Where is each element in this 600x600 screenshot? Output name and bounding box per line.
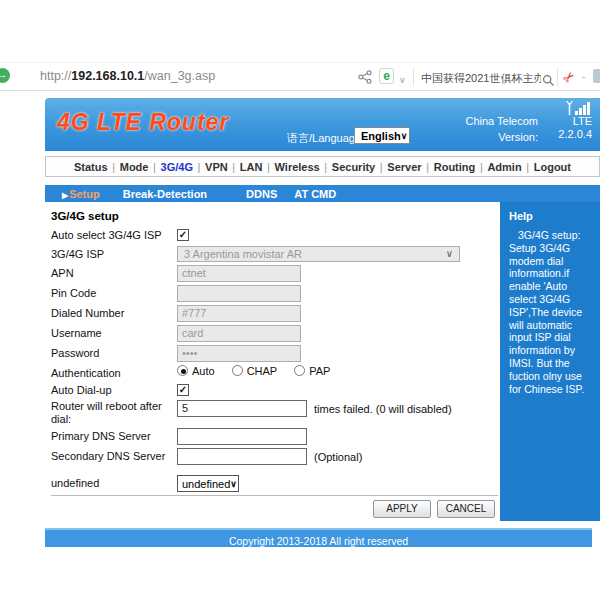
language-select[interactable]: English ∨ [354,127,410,144]
url-field[interactable]: http://192.168.10.1/wan_3g.asp [40,69,215,83]
setup-form: 3G/4G setup Auto select 3G/4G ISP ✓ 3G/4… [45,202,498,521]
help-body: 3G/4G setup: Setup 3G/4G modem dial info… [509,229,594,395]
nav-separator: | [426,161,429,173]
nav-item-logout[interactable]: Logout [534,161,571,173]
nav-item-wireless[interactable]: Wireless [275,161,320,173]
divider [557,68,558,86]
chevron-down-icon: ∨ [446,248,453,259]
row-auto-dialup: Auto Dial-up ✓ [51,382,498,397]
nav-item-routing[interactable]: Routing [434,161,476,173]
secondary-dns-suffix: (Optional) [314,448,362,463]
auto-select-checkbox[interactable]: ✓ [177,229,189,241]
button-bar: APPLY CANCEL [51,495,498,521]
username-label: Username [51,325,177,340]
radio-pap-label: PAP [309,365,330,377]
row-secondary-dns: Secondary DNS Server (Optional) [51,448,498,465]
chevron-down-icon[interactable]: ∨ [399,70,406,90]
search-input[interactable]: 中国获得2021世俱杯主办权 [421,71,541,86]
pin-input[interactable] [177,285,301,302]
tab-setup-label: Setup [69,188,100,200]
nav-separator: | [480,161,483,173]
form-title: 3G/4G setup [51,210,498,222]
auto-select-label: Auto select 3G/4G ISP [51,227,177,242]
menu-dash: - [582,71,585,82]
isp-value: 3 Argentina movistar AR [184,248,302,260]
reboot-suffix: times failed. (0 will disabled) [314,400,452,415]
tab-break-detection[interactable]: Break-Detection [123,188,207,200]
reboot-count-input[interactable] [177,400,307,417]
version-value: 2.2.0.4 [558,128,592,141]
username-input[interactable] [177,325,301,342]
browser-address-bar: → http://192.168.10.1/wan_3g.asp e ∨ 中国获… [0,62,600,91]
radio-dot [294,365,305,376]
logo: 4G LTE Router [57,109,229,136]
toolbar-partial-icon[interactable] [593,69,600,83]
radio-chap[interactable]: CHAP [232,365,278,377]
go-icon[interactable]: → [0,68,10,83]
nav-item-security[interactable]: Security [332,161,375,173]
nav-separator: | [198,161,201,173]
radio-dot [232,365,243,376]
nav-item-admin[interactable]: Admin [487,161,521,173]
nav-separator: | [232,161,235,173]
chevron-down-icon: ∨ [401,131,408,141]
url-prefix: http:// [40,69,71,83]
scissors-icon[interactable]: ✂ [559,67,579,87]
nav-item-3g4g[interactable]: 3G/4G [161,161,193,173]
apply-button[interactable]: APPLY [373,500,431,518]
header-info: China Telecom Version: [465,113,538,145]
search-icon[interactable] [542,70,555,90]
row-username: Username [51,325,498,342]
nav-item-vpn[interactable]: VPN [205,161,228,173]
nav-separator: | [380,161,383,173]
row-apn: APN [51,265,498,282]
radio-auto[interactable]: Auto [177,365,215,377]
password-input[interactable] [177,345,301,362]
sub-nav: ▶Setup Break-Detection DDNS AT CMD [45,185,600,202]
nav-item-server[interactable]: Server [387,161,421,173]
isp-label: 3G/4G ISP [51,246,177,261]
active-tab-arrow-icon: ▶ [62,191,68,200]
browser-e-icon[interactable]: e [379,68,394,84]
radio-pap[interactable]: PAP [294,365,330,377]
reboot-label: Router will reboot after dial: [51,400,177,425]
pin-label: Pin Code [51,285,177,300]
content-area: 3G/4G setup Auto select 3G/4G ISP ✓ 3G/4… [45,202,600,521]
isp-select[interactable]: 3 Argentina movistar AR ∨ [177,246,460,262]
tab-setup[interactable]: ▶Setup [62,188,100,200]
main-nav: Status | Mode | 3G/4G | VPN | LAN | Wire… [45,156,600,177]
nav-separator: | [267,161,270,173]
nav-separator: | [526,161,529,173]
chevron-down-icon: ∨ [230,479,237,489]
url-path: /wan_3g.asp [144,69,215,83]
url-host: 192.168.10.1 [71,69,144,83]
secondary-dns-input[interactable] [177,448,307,465]
nav-item-status[interactable]: Status [74,161,108,173]
row-authentication: Authentication Auto CHAP PAP [51,365,498,380]
cancel-button[interactable]: CANCEL [437,500,495,518]
tab-ddns[interactable]: DDNS [246,188,277,200]
nav-item-mode[interactable]: Mode [120,161,149,173]
primary-dns-input[interactable] [177,428,307,445]
language-value: English [361,130,401,142]
copyright-text: Copyright 2013-2018 All right reserved [229,535,408,547]
language-label: 语言/Language: [287,131,364,146]
radio-dot [177,365,188,376]
tab-at-cmd[interactable]: AT CMD [294,188,336,200]
signal-icon [566,101,592,115]
nav-separator: | [324,161,327,173]
version-label: Version: [465,129,538,145]
undefined-select[interactable]: undefined ∨ [177,475,239,492]
nav-item-lan[interactable]: LAN [240,161,263,173]
help-panel: Help 3G/4G setup: Setup 3G/4G modem dial… [500,202,600,521]
share-icon[interactable] [358,67,372,87]
authentication-label: Authentication [51,365,177,380]
primary-dns-label: Primary DNS Server [51,428,177,443]
row-auto-select: Auto select 3G/4G ISP ✓ [51,227,498,242]
auto-dialup-checkbox[interactable]: ✓ [177,384,189,396]
row-pin: Pin Code [51,285,498,302]
dialed-number-input[interactable] [177,305,301,322]
radio-auto-label: Auto [192,365,215,377]
apn-input[interactable] [177,265,301,282]
undefined-value: undefined [182,478,230,490]
